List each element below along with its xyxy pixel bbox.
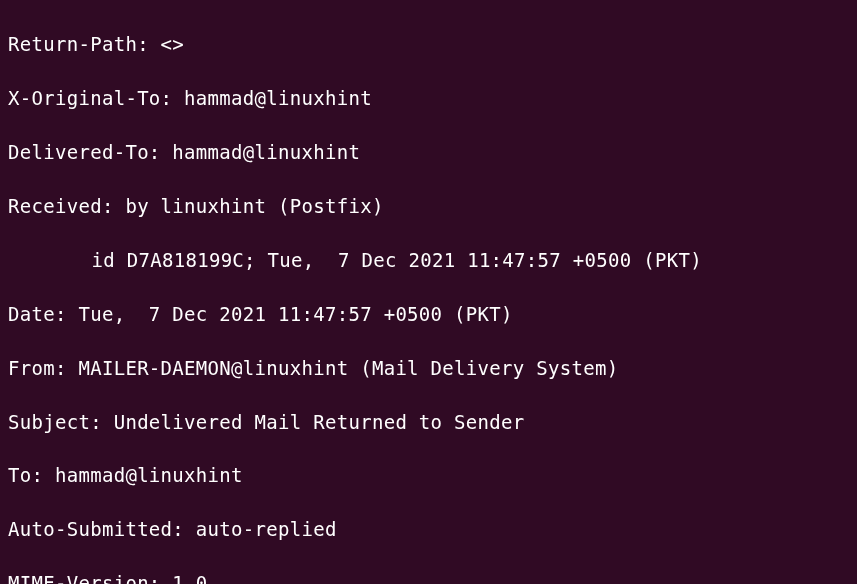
header-auto-submitted: Auto-Submitted: auto-replied xyxy=(8,516,849,543)
header-return-path: Return-Path: <> xyxy=(8,31,849,58)
header-mime-version: MIME-Version: 1.0 xyxy=(8,570,849,584)
header-received-2: id D7A818199C; Tue, 7 Dec 2021 11:47:57 … xyxy=(8,247,849,274)
header-x-original-to: X-Original-To: hammad@linuxhint xyxy=(8,85,849,112)
terminal-output: Return-Path: <> X-Original-To: hammad@li… xyxy=(8,4,849,584)
header-to: To: hammad@linuxhint xyxy=(8,462,849,489)
header-date: Date: Tue, 7 Dec 2021 11:47:57 +0500 (PK… xyxy=(8,301,849,328)
header-subject: Subject: Undelivered Mail Returned to Se… xyxy=(8,409,849,436)
header-delivered-to: Delivered-To: hammad@linuxhint xyxy=(8,139,849,166)
header-received-1: Received: by linuxhint (Postfix) xyxy=(8,193,849,220)
header-from: From: MAILER-DAEMON@linuxhint (Mail Deli… xyxy=(8,355,849,382)
